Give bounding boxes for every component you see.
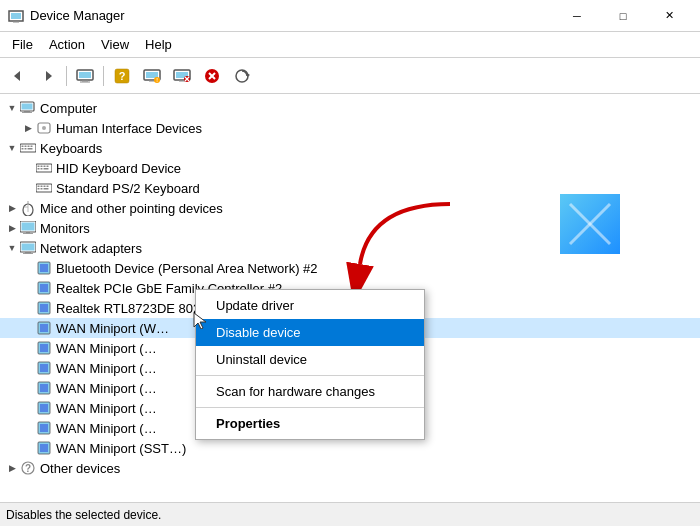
context-scan-hardware[interactable]: Scan for hardware changes: [196, 378, 424, 405]
label-mice: Mice and other pointing devices: [40, 201, 223, 216]
icon-hid-keyboard: [36, 160, 52, 176]
uninstall-button[interactable]: [198, 62, 226, 90]
forward-button[interactable]: [34, 62, 62, 90]
svg-rect-37: [31, 146, 33, 148]
svg-rect-6: [79, 72, 91, 78]
svg-rect-63: [26, 232, 30, 233]
monitor-button[interactable]: [168, 62, 196, 90]
tree-item-ps2-keyboard[interactable]: Standard PS/2 Keyboard: [0, 178, 700, 198]
title-bar: Device Manager ─ □ ✕: [0, 0, 700, 32]
context-uninstall-device[interactable]: Uninstall device: [196, 346, 424, 373]
tree-item-monitors[interactable]: ▶ Monitors: [0, 218, 700, 238]
minimize-button[interactable]: ─: [554, 0, 600, 32]
svg-rect-76: [40, 324, 48, 332]
svg-rect-54: [38, 188, 40, 190]
label-wan7: WAN Miniport (SST…): [56, 441, 186, 456]
svg-rect-36: [28, 146, 30, 148]
tree-item-hid-keyboard[interactable]: HID Keyboard Device: [0, 158, 700, 178]
svg-rect-72: [40, 284, 48, 292]
svg-point-32: [42, 126, 46, 130]
tree-item-other[interactable]: ▶ ? Other devices: [0, 458, 700, 478]
network-button[interactable]: !: [138, 62, 166, 90]
icon-wan6: [36, 420, 52, 436]
context-separator-2: [196, 407, 424, 408]
label-wan2: WAN Miniport (…: [56, 341, 157, 356]
back-button[interactable]: [4, 62, 32, 90]
icon-other: ?: [20, 460, 36, 476]
svg-rect-44: [44, 166, 46, 168]
main-content: ▼ Computer ▶ Human Interface Devices: [0, 94, 700, 502]
label-wan4: WAN Miniport (…: [56, 381, 157, 396]
svg-rect-45: [47, 166, 49, 168]
toolbar-separator-1: [66, 66, 67, 86]
context-update-driver[interactable]: Update driver: [196, 292, 424, 319]
menu-help[interactable]: Help: [137, 34, 180, 55]
expand-hid[interactable]: ▶: [20, 120, 36, 136]
help-button[interactable]: ?: [108, 62, 136, 90]
label-computer: Computer: [40, 101, 97, 116]
context-menu: Update driver Disable device Uninstall d…: [195, 289, 425, 440]
tree-item-mice[interactable]: ▶ Mice and other pointing devices: [0, 198, 700, 218]
expand-keyboards[interactable]: ▼: [4, 140, 20, 156]
svg-rect-80: [40, 364, 48, 372]
label-wan5: WAN Miniport (…: [56, 401, 157, 416]
svg-rect-68: [23, 253, 33, 254]
svg-rect-55: [41, 188, 43, 190]
svg-rect-35: [25, 146, 27, 148]
svg-text:?: ?: [119, 70, 126, 82]
context-properties[interactable]: Properties: [196, 410, 424, 437]
window-title: Device Manager: [30, 8, 554, 23]
svg-rect-30: [22, 112, 32, 113]
label-hid: Human Interface Devices: [56, 121, 202, 136]
icon-wan7: [36, 440, 52, 456]
svg-rect-66: [22, 244, 35, 251]
expand-mice[interactable]: ▶: [4, 200, 20, 216]
menu-file[interactable]: File: [4, 34, 41, 55]
icon-realtek-rtl: [36, 300, 52, 316]
label-wan6: WAN Miniport (…: [56, 421, 157, 436]
svg-rect-47: [41, 168, 43, 170]
svg-rect-86: [40, 424, 48, 432]
tree-item-wan7[interactable]: WAN Miniport (SST…): [0, 438, 700, 458]
svg-rect-88: [40, 444, 48, 452]
svg-marker-4: [46, 71, 52, 81]
svg-rect-46: [38, 168, 40, 170]
expand-computer[interactable]: ▼: [4, 100, 20, 116]
svg-rect-82: [40, 384, 48, 392]
svg-rect-40: [28, 148, 33, 150]
svg-rect-78: [40, 344, 48, 352]
window-controls: ─ □ ✕: [554, 0, 692, 32]
scan-button[interactable]: [228, 62, 256, 90]
svg-rect-70: [40, 264, 48, 272]
svg-point-25: [236, 70, 248, 82]
svg-rect-62: [22, 223, 35, 231]
tree-item-bluetooth[interactable]: Bluetooth Device (Personal Area Network)…: [0, 258, 700, 278]
computer-button[interactable]: [71, 62, 99, 90]
svg-rect-52: [44, 186, 46, 188]
tree-item-hid[interactable]: ▶ Human Interface Devices: [0, 118, 700, 138]
icon-bluetooth: [36, 260, 52, 276]
svg-rect-29: [24, 111, 30, 112]
status-bar: Disables the selected device.: [0, 502, 700, 526]
menu-action[interactable]: Action: [41, 34, 93, 55]
svg-rect-28: [22, 104, 33, 110]
maximize-button[interactable]: □: [600, 0, 646, 32]
label-bluetooth: Bluetooth Device (Personal Area Network)…: [56, 261, 318, 276]
svg-rect-48: [44, 168, 49, 170]
tree-item-computer[interactable]: ▼ Computer: [0, 98, 700, 118]
tree-item-keyboards[interactable]: ▼ Keyboards: [0, 138, 700, 158]
label-network: Network adapters: [40, 241, 142, 256]
menu-view[interactable]: View: [93, 34, 137, 55]
expand-network[interactable]: ▼: [4, 240, 20, 256]
expand-other[interactable]: ▶: [4, 460, 20, 476]
svg-rect-7: [82, 80, 88, 82]
icon-wan3: [36, 360, 52, 376]
context-disable-device[interactable]: Disable device: [196, 319, 424, 346]
svg-marker-3: [14, 71, 20, 81]
expand-monitors[interactable]: ▶: [4, 220, 20, 236]
tree-item-network[interactable]: ▼ Network adapters: [0, 238, 700, 258]
label-keyboards: Keyboards: [40, 141, 102, 156]
svg-rect-38: [22, 148, 24, 150]
svg-rect-39: [25, 148, 27, 150]
close-button[interactable]: ✕: [646, 0, 692, 32]
